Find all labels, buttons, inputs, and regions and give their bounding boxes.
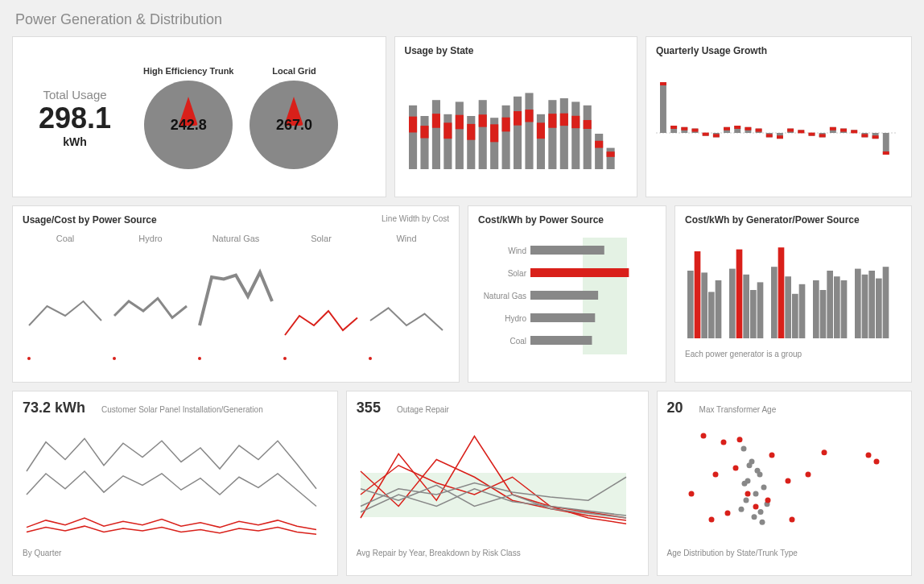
- svg-rect-11: [467, 124, 475, 140]
- svg-text:Natural Gas: Natural Gas: [212, 234, 260, 243]
- svg-point-149: [769, 453, 774, 458]
- chart-age: [667, 416, 893, 545]
- svg-point-159: [865, 453, 871, 458]
- svg-rect-105: [708, 292, 715, 338]
- gauge-local-grid: Local Grid 267.0: [250, 66, 338, 169]
- svg-rect-19: [514, 111, 522, 126]
- svg-rect-58: [766, 134, 773, 137]
- card-quarterly-growth: Quarterly Usage Growth: [646, 36, 912, 197]
- svg-rect-16: [501, 106, 509, 169]
- total-usage-value: 298.1: [23, 101, 127, 135]
- svg-point-140: [741, 481, 747, 487]
- chart-outage: [357, 416, 630, 545]
- svg-rect-46: [703, 133, 709, 136]
- svg-rect-42: [681, 127, 687, 130]
- chart-generator: [685, 226, 894, 346]
- svg-rect-101: [530, 336, 592, 345]
- svg-point-90: [369, 357, 372, 360]
- svg-rect-28: [571, 101, 580, 169]
- svg-rect-30: [583, 106, 591, 169]
- svg-point-147: [712, 472, 718, 478]
- svg-point-136: [751, 514, 757, 520]
- card-usage-cost: Usage/Cost by Power Source Line Width by…: [12, 205, 460, 383]
- svg-rect-112: [771, 267, 778, 338]
- svg-rect-10: [467, 116, 475, 169]
- svg-rect-9: [455, 115, 463, 130]
- svg-rect-12: [478, 100, 486, 169]
- svg-point-134: [743, 498, 749, 503]
- svg-rect-116: [799, 284, 806, 338]
- svg-rect-40: [670, 126, 677, 129]
- svg-rect-115: [792, 294, 798, 338]
- chart-quarterly-growth: [656, 56, 897, 177]
- svg-rect-23: [536, 122, 544, 139]
- svg-text:Coal: Coal: [56, 234, 75, 243]
- svg-point-150: [785, 478, 790, 484]
- card-total-usage: Total Usage 298.1 kWh High Efficiency Tr…: [12, 36, 386, 197]
- age-value: 20: [667, 400, 683, 416]
- svg-rect-8: [455, 101, 463, 169]
- svg-text:Natural Gas: Natural Gas: [484, 292, 526, 300]
- svg-point-153: [724, 511, 730, 516]
- svg-rect-120: [834, 276, 840, 338]
- svg-rect-31: [583, 120, 591, 129]
- svg-rect-4: [431, 100, 439, 169]
- card-cost-kwh: Cost/kWh by Power Source WindSolarNatura…: [468, 205, 666, 383]
- svg-text:Wind: Wind: [508, 246, 526, 255]
- svg-rect-32: [595, 134, 603, 169]
- svg-rect-80: [883, 151, 889, 155]
- svg-point-154: [745, 491, 750, 497]
- svg-rect-123: [862, 275, 868, 338]
- svg-point-143: [700, 433, 706, 439]
- svg-rect-60: [777, 135, 783, 139]
- svg-rect-33: [595, 141, 603, 148]
- svg-rect-68: [819, 134, 826, 137]
- card-solar: 73.2 kWh Customer Solar Panel Installati…: [12, 391, 338, 576]
- svg-rect-5: [431, 114, 439, 128]
- svg-text:Wind: Wind: [396, 234, 416, 243]
- svg-point-160: [873, 459, 879, 465]
- svg-text:Coal: Coal: [509, 337, 526, 346]
- svg-rect-3: [420, 126, 428, 138]
- svg-point-145: [736, 437, 742, 442]
- svg-rect-7: [443, 122, 452, 139]
- svg-rect-56: [756, 129, 762, 132]
- gauge-high-efficiency: High Efficiency Trunk 242.8: [143, 66, 233, 169]
- svg-text:Solar: Solar: [508, 269, 527, 278]
- svg-rect-78: [872, 135, 879, 139]
- solar-value: 73.2 kWh: [23, 400, 85, 416]
- svg-rect-34: [606, 148, 614, 169]
- svg-point-146: [753, 504, 758, 510]
- svg-rect-15: [490, 124, 498, 142]
- svg-rect-64: [798, 130, 804, 133]
- svg-rect-48: [713, 134, 720, 137]
- svg-rect-54: [745, 127, 751, 130]
- svg-rect-113: [778, 247, 785, 338]
- svg-rect-26: [559, 98, 567, 169]
- svg-point-133: [753, 491, 758, 497]
- svg-rect-95: [530, 268, 629, 277]
- svg-point-148: [732, 466, 738, 471]
- svg-point-86: [198, 357, 201, 360]
- svg-rect-6: [443, 114, 452, 169]
- svg-rect-79: [883, 133, 889, 155]
- svg-point-151: [688, 491, 694, 497]
- svg-rect-52: [734, 126, 740, 129]
- card-age: 20 Max Transformer Age Age Distribution …: [657, 391, 912, 576]
- svg-rect-107: [729, 269, 736, 338]
- svg-point-135: [738, 507, 744, 512]
- svg-point-155: [765, 498, 770, 503]
- svg-point-137: [759, 520, 765, 525]
- svg-rect-13: [478, 114, 486, 126]
- total-usage-label: Total Usage: [23, 88, 127, 101]
- svg-point-132: [761, 485, 766, 491]
- svg-text:Hydro: Hydro: [505, 314, 526, 323]
- svg-rect-25: [548, 114, 556, 128]
- svg-point-88: [283, 357, 287, 360]
- svg-rect-102: [687, 271, 694, 338]
- svg-point-144: [720, 440, 726, 445]
- svg-rect-27: [559, 114, 567, 126]
- svg-rect-21: [525, 110, 533, 122]
- svg-rect-109: [743, 275, 749, 338]
- card-outage: 355 Outage Repair Avg Repair by Year, Br…: [346, 391, 649, 576]
